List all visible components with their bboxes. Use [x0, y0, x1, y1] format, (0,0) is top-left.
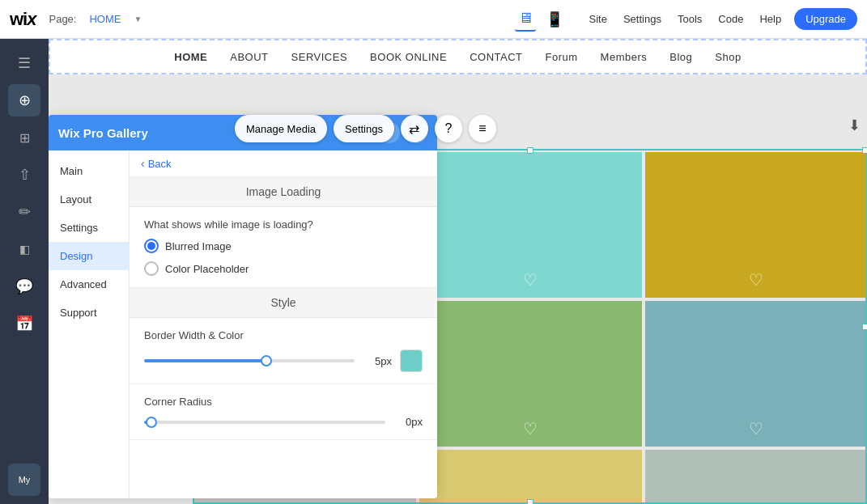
corner-value: 0px — [393, 416, 423, 428]
image-loading-header: Image Loading — [130, 177, 437, 207]
border-width-slider[interactable] — [144, 359, 355, 362]
panel-title: Wix Pro Gallery — [58, 126, 148, 140]
panel-nav-settings[interactable]: Settings — [49, 214, 129, 242]
sidebar-elements-icon[interactable]: ⊞ — [8, 121, 40, 154]
heart-icon-2[interactable]: ♡ — [523, 270, 538, 290]
sidebar-apps-icon[interactable]: ◧ — [8, 233, 40, 265]
gallery-cell-9[interactable]: ♡ — [645, 450, 867, 504]
panel-nav-layout[interactable]: Layout — [49, 185, 129, 214]
gallery-cell-8[interactable]: ♡ — [419, 450, 641, 504]
sitenav-services[interactable]: SERVICES — [291, 51, 348, 63]
gallery-cell-2[interactable]: ♡ — [419, 152, 641, 298]
sidebar-text-icon[interactable]: ✏ — [8, 196, 40, 228]
topbar: wix Page: HOME ▼ 🖥 📱 Site Settings Tools… — [0, 0, 867, 39]
left-sidebar: ☰ ⊕ ⊞ ⇧ ✏ ◧ 💬 📅 My — [0, 39, 49, 504]
gallery-swap-button[interactable]: ⇄ — [401, 115, 428, 142]
site-navigation: HOME ABOUT SERVICES BOOK ONLINE CONTACT … — [49, 39, 867, 74]
radio-color-label: Color Placeholder — [165, 263, 249, 275]
gallery-cell-3[interactable]: ♡ — [645, 152, 867, 298]
sitenav-shop[interactable]: Shop — [715, 51, 741, 63]
back-chevron-icon: ‹ — [141, 157, 145, 170]
sidebar-myapp-icon[interactable]: My — [8, 464, 40, 496]
back-label: Back — [148, 158, 172, 170]
panel-body: Main Layout Settings Design Advanced Sup… — [49, 150, 437, 498]
radio-blurred[interactable]: Blurred Image — [144, 239, 423, 253]
border-label: Border Width & Color — [144, 329, 423, 341]
panel-nav-advanced[interactable]: Advanced — [49, 270, 129, 299]
sidebar-add-icon[interactable]: ⊕ — [8, 84, 40, 116]
sitenav-blog[interactable]: Blog — [669, 51, 692, 63]
gallery-layers-button[interactable]: ≡ — [469, 115, 496, 142]
corner-section: Corner Radius 0px — [130, 384, 437, 440]
image-loading-question: What shows while image is loading? — [144, 218, 423, 231]
upgrade-button[interactable]: Upgrade — [794, 8, 857, 30]
manage-media-button[interactable]: Manage Media — [235, 115, 327, 142]
heart-icon-3[interactable]: ♡ — [749, 270, 763, 290]
radio-blurred-inner — [147, 242, 155, 250]
panel-nav-main[interactable]: Main — [49, 157, 129, 185]
image-loading-section: What shows while image is loading? Blurr… — [130, 207, 437, 288]
heart-icon-5[interactable]: ♡ — [523, 419, 538, 438]
back-button[interactable]: ‹ Back — [130, 150, 437, 177]
heart-icon-6[interactable]: ♡ — [749, 419, 763, 438]
sidebar-chat-icon[interactable]: 💬 — [8, 270, 40, 303]
sidebar-pages-icon[interactable]: ☰ — [8, 47, 40, 79]
device-switcher: 🖥 📱 — [515, 6, 567, 32]
radio-group: Blurred Image Color Placeholder — [144, 239, 423, 276]
desktop-icon[interactable]: 🖥 — [515, 6, 536, 32]
panel-nav: Main Layout Settings Design Advanced Sup… — [49, 150, 130, 498]
chevron-down-icon[interactable]: ▼ — [134, 15, 142, 23]
panel-content: ‹ Back Image Loading What shows while im… — [130, 150, 437, 498]
gallery-help-button[interactable]: ? — [435, 115, 462, 142]
border-section: Border Width & Color 5px — [130, 318, 437, 384]
corner-slider-thumb[interactable] — [146, 417, 157, 428]
corner-radius-slider[interactable] — [144, 421, 385, 424]
site-nav-item[interactable]: Site — [589, 13, 607, 25]
code-nav-item[interactable]: Code — [718, 13, 743, 25]
sidebar-upload-icon[interactable]: ⇧ — [8, 159, 40, 191]
border-color-swatch[interactable] — [400, 349, 423, 372]
panel-nav-support[interactable]: Support — [49, 299, 129, 327]
gallery-cell-6[interactable]: ♡ — [645, 301, 867, 447]
radio-color-circle[interactable] — [144, 261, 159, 276]
border-value: 5px — [363, 355, 392, 367]
topbar-nav: Site Settings Tools Code Help — [589, 13, 782, 25]
style-header: Style — [130, 288, 437, 318]
wix-pro-gallery-panel: Wix Pro Gallery ? × Main Layout Settings… — [49, 115, 437, 498]
page-label: Page: — [49, 13, 76, 25]
panel-nav-design[interactable]: Design — [49, 242, 129, 270]
gallery-cell-5[interactable]: ♡ — [419, 301, 641, 447]
corner-label: Corner Radius — [144, 396, 423, 408]
help-nav-item[interactable]: Help — [759, 13, 781, 25]
border-slider-thumb[interactable] — [261, 355, 272, 366]
radio-blurred-label: Blurred Image — [165, 240, 232, 252]
wix-logo: wix — [10, 9, 36, 30]
sitenav-about[interactable]: ABOUT — [230, 51, 268, 63]
gallery-download-icon[interactable]: ⬇ — [848, 116, 861, 134]
corner-slider-row: 0px — [144, 416, 423, 428]
page-name[interactable]: HOME — [89, 13, 121, 25]
sitenav-home[interactable]: HOME — [174, 51, 207, 63]
gallery-toolbar: Manage Media Settings ⇄ ? ≡ — [235, 115, 496, 142]
border-slider-row: 5px — [144, 349, 423, 372]
main-content: Wix Pro Gallery ? × Main Layout Settings… — [49, 74, 867, 504]
sidebar-calendar-icon[interactable]: 📅 — [8, 307, 40, 340]
radio-color[interactable]: Color Placeholder — [144, 261, 423, 276]
tools-nav-item[interactable]: Tools — [678, 13, 702, 25]
sitenav-forum[interactable]: Forum — [546, 51, 578, 63]
sitenav-members[interactable]: Members — [601, 51, 648, 63]
settings-nav-item[interactable]: Settings — [623, 13, 661, 25]
mobile-icon[interactable]: 📱 — [542, 7, 567, 32]
gallery-settings-button[interactable]: Settings — [334, 115, 394, 142]
sitenav-book[interactable]: BOOK ONLINE — [370, 51, 447, 63]
radio-blurred-circle[interactable] — [144, 239, 159, 253]
sitenav-contact[interactable]: CONTACT — [470, 51, 522, 63]
